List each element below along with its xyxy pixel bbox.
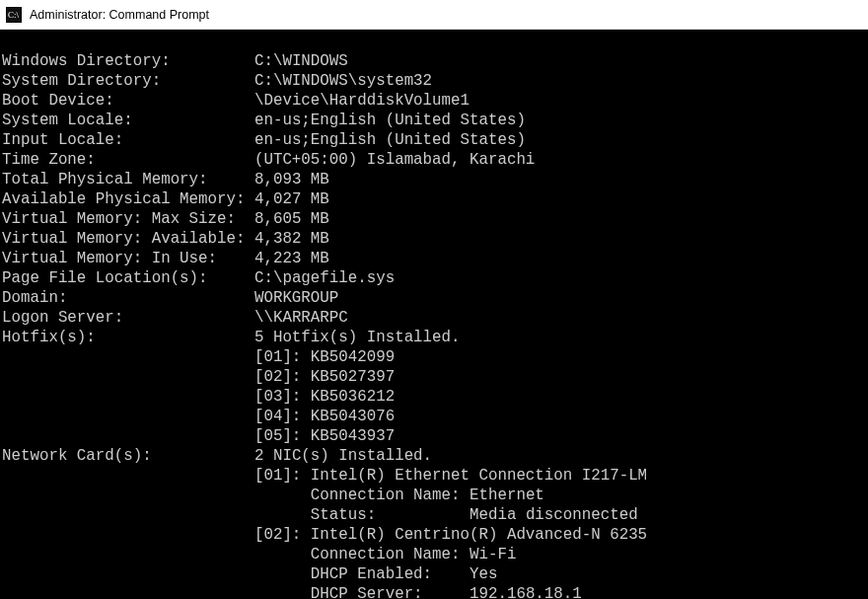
svg-text:C:\: C:\ [8,10,20,20]
value: [03]: KB5036212 [254,388,395,406]
row-nic2-dhcp-en: DHCP Enabled: Yes [2,565,497,583]
value: 4,027 MB [254,190,329,208]
row-hotfix-4: [04]: KB5043076 [2,408,395,425]
row-time-zone: Time Zone: (UTC+05:00) Islamabad, Karach… [2,151,535,169]
label: System Directory: [2,72,161,90]
value: C:\WINDOWS [254,52,348,70]
row-vm-max: Virtual Memory: Max Size: 8,605 MB [2,210,329,228]
value: 8,605 MB [254,210,329,228]
row-nic-header: Network Card(s): 2 NIC(s) Installed. [2,447,432,465]
value: 5 Hotfix(s) Installed. [254,329,461,346]
row-hotfix-header: Hotfix(s): 5 Hotfix(s) Installed. [2,329,461,346]
value: C:\WINDOWS\system32 [254,72,432,90]
row-total-phys-mem: Total Physical Memory: 8,093 MB [2,171,329,188]
label: Boot Device: [2,92,114,110]
titlebar[interactable]: C:\ Administrator: Command Prompt [0,0,868,30]
value: [05]: KB5043937 [254,427,395,445]
window-title: Administrator: Command Prompt [30,8,209,22]
pad [96,151,254,169]
label: Network Card(s): [2,447,152,465]
pad [245,230,253,248]
row-hotfix-1: [01]: KB5042099 [2,348,395,366]
pad2 [376,506,470,524]
pad [133,112,254,129]
value: en-us;English (United States) [254,131,526,149]
row-vm-avail: Virtual Memory: Available: 4,382 MB [2,230,329,248]
row-nic1-status: Status: Media disconnected [2,506,638,524]
value: 4,223 MB [254,250,329,267]
pad [67,289,254,307]
pad [2,546,311,563]
pad [2,526,254,544]
pad [2,408,254,425]
value: \\KARRARPC [254,309,348,327]
pad [208,269,254,287]
pad [208,171,254,188]
value: Connection Name: Ethernet [311,487,544,504]
label: Available Physical Memory: [2,190,245,208]
pad [96,329,254,346]
cmd-icon: C:\ [6,7,22,23]
row-vm-inuse: Virtual Memory: In Use: 4,223 MB [2,250,329,267]
row-avail-phys-mem: Available Physical Memory: 4,027 MB [2,190,329,208]
value: Yes [470,565,497,583]
pad [2,506,311,524]
row-nic1-conn: Connection Name: Ethernet [2,487,544,504]
row-nic2-name: [02]: Intel(R) Centrino(R) Advanced-N 62… [2,526,647,544]
pad [171,52,254,70]
label: Status: [311,506,376,524]
value: [01]: Intel(R) Ethernet Connection I217-… [254,467,647,485]
row-domain: Domain: WORKGROUP [2,289,338,307]
value: (UTC+05:00) Islamabad, Karachi [254,151,535,169]
row-nic2-dhcp-srv: DHCP Server: 192.168.18.1 [2,585,582,599]
value: Connection Name: Wi-Fi [311,546,517,563]
value: WORKGROUP [254,289,338,307]
row-hotfix-2: [02]: KB5027397 [2,368,395,386]
row-logon-server: Logon Server: \\KARRARPC [2,309,348,327]
value: 4,382 MB [254,230,329,248]
row-windows-dir: Windows Directory: C:\WINDOWS [2,52,348,70]
terminal-output[interactable]: Windows Directory: C:\WINDOWS System Dir… [0,30,868,599]
label: Page File Location(s): [2,269,208,287]
label: DHCP Server: [311,585,423,599]
pad [2,368,254,386]
label: Domain: [2,289,67,307]
value: 2 NIC(s) Installed. [254,447,432,465]
pad [245,190,253,208]
pad [2,565,311,583]
label: Virtual Memory: Max Size: [2,210,236,228]
pad [2,487,311,504]
value: [01]: KB5042099 [254,348,395,366]
pad [236,210,254,228]
pad [2,585,311,599]
pad [114,92,254,110]
value: C:\pagefile.sys [254,269,395,287]
value: [04]: KB5043076 [254,408,395,425]
value: 192.168.18.1 [470,585,582,599]
row-boot-device: Boot Device: \Device\HarddiskVolume1 [2,92,470,110]
row-system-locale: System Locale: en-us;English (United Sta… [2,112,526,129]
label: Hotfix(s): [2,329,96,346]
pad [123,309,254,327]
row-pagefile: Page File Location(s): C:\pagefile.sys [2,269,395,287]
label: Virtual Memory: In Use: [2,250,217,267]
pad [123,131,254,149]
pad2 [423,585,470,599]
pad [2,427,254,445]
pad [161,72,254,90]
label: Windows Directory: [2,52,171,70]
label: DHCP Enabled: [311,565,432,583]
pad [217,250,254,267]
pad [2,467,254,485]
value: \Device\HarddiskVolume1 [254,92,470,110]
value: [02]: Intel(R) Centrino(R) Advanced-N 62… [254,526,647,544]
label: Virtual Memory: Available: [2,230,245,248]
row-hotfix-5: [05]: KB5043937 [2,427,395,445]
row-nic1-name: [01]: Intel(R) Ethernet Connection I217-… [2,467,647,485]
label: Input Locale: [2,131,123,149]
row-nic2-conn: Connection Name: Wi-Fi [2,546,516,563]
value: en-us;English (United States) [254,112,526,129]
value: 8,093 MB [254,171,329,188]
pad [2,388,254,406]
value: Media disconnected [470,506,638,524]
